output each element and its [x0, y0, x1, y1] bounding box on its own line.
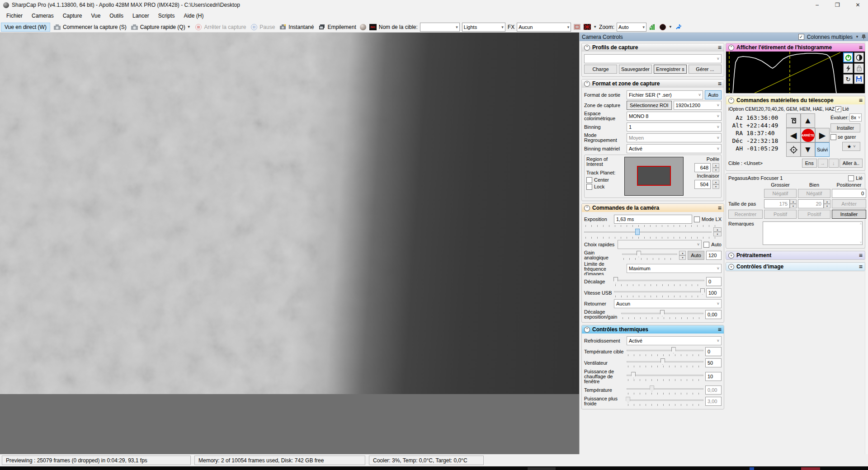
eg-offset-slider[interactable]: [621, 310, 703, 317]
collapse-icon[interactable]: ⌃: [584, 81, 590, 87]
focuser-fine-step-value[interactable]: 20: [798, 199, 824, 208]
offset-value[interactable]: 0: [706, 277, 722, 286]
capture-profiles-header[interactable]: ⌃ Profils de capture ≡: [582, 43, 724, 52]
menu-aide[interactable]: Aide (H): [179, 10, 208, 21]
focuser-coarse-negative-button[interactable]: Négatif: [764, 189, 797, 198]
roi-rectangle[interactable]: [637, 166, 671, 186]
notes-textarea[interactable]: ˄˅: [763, 221, 863, 245]
collapse-icon[interactable]: ⌃: [728, 98, 734, 103]
profile-save-button[interactable]: Sauvegarder: [619, 65, 652, 74]
panel-scrollbar[interactable]: [865, 41, 868, 454]
image-controls-header[interactable]: ˅ Contrôles d'image ≡: [726, 263, 865, 271]
expand-icon[interactable]: ˅: [728, 253, 734, 258]
menu-vue[interactable]: Vue: [86, 10, 105, 21]
profile-manage-button[interactable]: Gérer ...: [689, 65, 722, 74]
histogram-contrast-button[interactable]: [854, 52, 864, 62]
roi-preview[interactable]: [624, 157, 684, 196]
stack-button[interactable]: Empilement: [317, 23, 357, 31]
chevron-down-icon[interactable]: ▼: [669, 25, 672, 29]
focuser-linked-checkbox[interactable]: [848, 175, 854, 181]
offset-slider[interactable]: [614, 277, 704, 284]
pan-spinner[interactable]: ▲▼: [712, 163, 719, 172]
tracking-button[interactable]: Suivi: [815, 142, 830, 157]
ing-icon[interactable]: ING: [369, 24, 377, 30]
restore-button[interactable]: ❐: [827, 0, 848, 10]
set-target-button[interactable]: Ens: [802, 159, 817, 168]
slew-down-button[interactable]: ▼: [801, 142, 815, 157]
slew-rate-select[interactable]: 8x˅: [849, 113, 862, 122]
tilt-spinner[interactable]: ▲▼: [712, 180, 719, 189]
section-menu-icon[interactable]: ≡: [718, 44, 722, 51]
focuser-coarse-positive-button[interactable]: Positif: [764, 210, 797, 219]
zoom-combobox[interactable]: Auto▾: [617, 23, 646, 32]
gain-slider[interactable]: [622, 250, 677, 258]
camera-controls-header[interactable]: ⌃ Commandes de la caméra ≡: [582, 204, 724, 212]
live-view-button[interactable]: Vue en direct (W): [1, 23, 50, 32]
histogram-icon[interactable]: [649, 24, 656, 31]
pin-icon[interactable]: [862, 34, 866, 40]
target-temp-value[interactable]: 0: [705, 347, 722, 356]
focuser-position-value[interactable]: 0: [832, 189, 866, 198]
frame-type-combobox[interactable]: Lights▾: [462, 23, 505, 32]
section-menu-icon[interactable]: ≡: [859, 263, 863, 270]
collapse-icon[interactable]: ⌃: [584, 327, 590, 333]
mount-install-button[interactable]: Installer: [830, 123, 860, 132]
thermal-controls-header[interactable]: ⌃ Contrôles thermiques ≡: [582, 325, 724, 334]
target-temp-slider-handle[interactable]: [671, 347, 676, 353]
focuser-recenter-button[interactable]: Recentrer: [728, 210, 763, 219]
plug-icon[interactable]: [675, 24, 682, 31]
track-lock-checkbox[interactable]: [586, 184, 592, 190]
focuser-coarse-step-value[interactable]: 175: [764, 199, 790, 208]
spiral-search-button[interactable]: [786, 113, 801, 128]
mask-icon[interactable]: [583, 24, 591, 31]
sync-arrow-button[interactable]: →: [818, 159, 828, 168]
usb-speed-value[interactable]: 100: [706, 288, 722, 297]
goto-button[interactable]: Aller à..: [840, 159, 863, 168]
expand-icon[interactable]: ˅: [728, 264, 734, 270]
chevron-down-icon[interactable]: ▼: [187, 25, 191, 29]
snapshot-button[interactable]: Instantané: [278, 23, 315, 31]
exposure-value[interactable]: 1,63 ms: [614, 215, 692, 224]
push-down-button[interactable]: ↓: [829, 159, 839, 168]
histogram-auto-stretch-button[interactable]: [843, 63, 853, 73]
focuser-fine-positive-button[interactable]: Positif: [798, 210, 830, 219]
capture-area-select[interactable]: 1920x1200˅: [674, 101, 722, 110]
usb-speed-slider[interactable]: [614, 288, 704, 295]
planet-icon[interactable]: [359, 24, 367, 31]
output-format-auto-button[interactable]: Auto: [705, 90, 722, 99]
stop-capture-button[interactable]: Arrêter la capture: [194, 23, 247, 31]
quick-capture-button[interactable]: Capture rapide (Q) ▼: [130, 23, 192, 31]
focuser-stop-button[interactable]: Arrêter: [832, 199, 866, 208]
lx-mode-checkbox[interactable]: [694, 216, 700, 222]
framerate-select[interactable]: Maximum˅: [627, 264, 722, 273]
gain-value[interactable]: 120: [706, 251, 722, 260]
profile-save-as-button[interactable]: Enregistrer s: [654, 65, 687, 74]
hw-binning-select[interactable]: Activé˅: [627, 144, 722, 153]
histogram-header[interactable]: ⌃ Afficher l'étirement de l'histogramme …: [726, 43, 865, 52]
collapse-icon[interactable]: ⌃: [584, 45, 590, 51]
window-heater-slider-handle[interactable]: [631, 372, 636, 378]
fan-slider-handle[interactable]: [660, 358, 665, 365]
mount-linked-checkbox[interactable]: ✓: [835, 106, 841, 112]
profile-select[interactable]: ˅: [584, 54, 722, 63]
menu-cameras[interactable]: Cameras: [27, 10, 58, 21]
capture-format-header[interactable]: ⌃ Format et zone de capture ≡: [582, 80, 724, 88]
fan-value[interactable]: 50: [705, 358, 722, 367]
fx-combobox[interactable]: Aucun▾: [517, 23, 571, 32]
colour-space-select[interactable]: MONO 8˅: [627, 112, 722, 121]
output-format-select[interactable]: Fichier SER (* .ser)˅: [627, 90, 703, 99]
slew-up-button[interactable]: ▲: [801, 113, 815, 128]
quick-picks-select[interactable]: ˅: [618, 240, 702, 249]
gain-spinner[interactable]: ▲▼: [679, 251, 686, 260]
section-menu-icon[interactable]: ≡: [859, 44, 863, 51]
binning-mode-select[interactable]: Moyen˅: [627, 133, 722, 142]
slew-left-button[interactable]: ◀: [786, 128, 801, 142]
gain-auto-button[interactable]: Auto: [688, 251, 704, 260]
tilt-value[interactable]: 504: [694, 180, 711, 189]
cooling-select[interactable]: Activé˅: [627, 336, 722, 345]
exposure-slider-handle[interactable]: [635, 229, 640, 235]
start-capture-button[interactable]: Commencer la capture (S): [52, 23, 127, 31]
minimize-button[interactable]: –: [807, 0, 827, 10]
section-menu-icon[interactable]: ≡: [718, 326, 722, 333]
menu-scripts[interactable]: Scripts: [154, 10, 179, 21]
